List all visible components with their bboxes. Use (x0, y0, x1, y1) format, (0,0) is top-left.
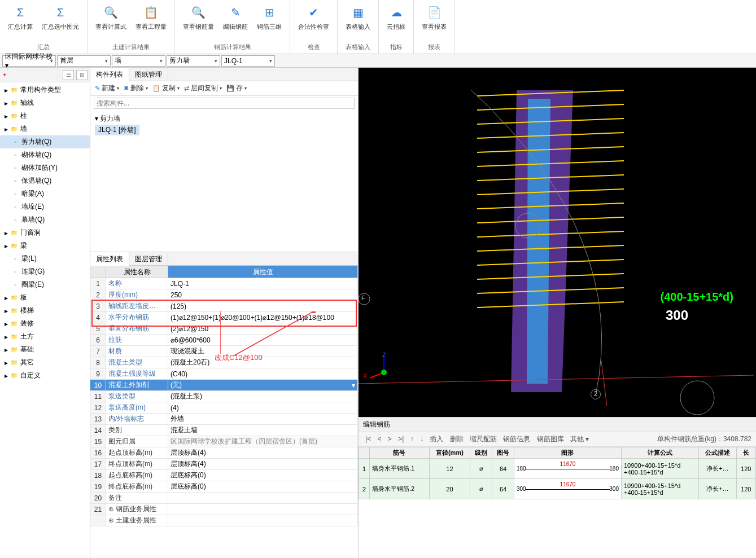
prop-row-3[interactable]: 3轴线距左墙皮…(125) (90, 301, 358, 312)
tab-prop-list[interactable]: 属性列表 (90, 252, 129, 266)
nav-基础[interactable]: ▸ 📁基础 (0, 343, 90, 356)
subtoolbar-存[interactable]: 💾存▾ (226, 84, 247, 93)
rebar-tb-btn[interactable]: 钢筋图库 (535, 435, 566, 443)
ribbon-汇总选中图元[interactable]: Σ汇总选中图元 (38, 2, 82, 32)
nav-柱[interactable]: ▸ 📁柱 (0, 109, 90, 122)
ribbon-钢筋三维[interactable]: ⊞钢筋三维 (254, 2, 285, 32)
prop-row-10[interactable]: 10混凝土外加剂(无) ▾ (90, 380, 358, 391)
ribbon: Σ汇总计算Σ汇总选中图元汇总🔍查看计算式📋查看工程量土建计算结果🔍查看钢筋量✎编… (0, 0, 756, 54)
nav-砌体墙(Q)[interactable]: ▫砌体墙(Q) (0, 148, 90, 161)
nav-楼梯[interactable]: ▸ 📁楼梯 (0, 304, 90, 317)
prop-row-12[interactable]: 12泵送高度(m)(4) (90, 402, 358, 414)
ribbon-编辑钢筋[interactable]: ✎编辑钢筋 (220, 2, 251, 32)
ribbon-表格输入[interactable]: ▦表格输入 (342, 2, 374, 32)
rebar-row[interactable]: 2墙身水平钢筋.220⌀64 300 11670 300 10900+400-1… (359, 479, 756, 499)
subtoolbar-复制[interactable]: 📋复制▾ (152, 84, 180, 93)
prop-row-4[interactable]: 4水平分布钢筋(1)⌀12@150+(1)⌀20@100+(1)⌀12@150+… (90, 312, 358, 323)
tab-drawing-mgmt[interactable]: 图纸管理 (129, 68, 168, 81)
nav-板[interactable]: ▸ 📁板 (0, 291, 90, 304)
prop-row-15[interactable]: 15图元归属区国际网球学校改扩建工程（四层宿舍区）(首层) (90, 436, 358, 447)
search-input[interactable] (94, 98, 355, 109)
nav-土方[interactable]: ▸ 📁土方 (0, 330, 90, 343)
ribbon-查看计算式[interactable]: 🔍查看计算式 (92, 2, 130, 32)
rebar-header: 筋号 (369, 447, 429, 459)
prop-row-5[interactable]: 5垂直分布钢筋(2)⌀12@150 (90, 323, 358, 335)
prop-row-14[interactable]: 14类别混凝土墙 (90, 425, 358, 436)
nav-连梁(G)[interactable]: ▫连梁(G) (0, 265, 90, 278)
rebar-table[interactable]: 筋号直径(mm)级别图号图形计算公式公式描述长 1墙身水平钢筋.112⌀64 1… (359, 447, 756, 499)
subtoolbar-层间复制[interactable]: ⇄层间复制▾ (184, 84, 222, 93)
ribbon-查看钢筋量[interactable]: 🔍查看钢筋量 (180, 2, 217, 32)
view-grid-icon[interactable]: ⊞ (76, 70, 88, 80)
prop-row-17[interactable]: 17终点顶标高(m)层顶标高(4) (90, 459, 358, 470)
subtoolbar-删除[interactable]: ✖删除▾ (124, 84, 148, 93)
rebar-tb-btn[interactable]: |< (363, 435, 373, 443)
ucs-x-label: X (363, 372, 367, 379)
prop-row-1[interactable]: 1名称JLQ-1 (90, 278, 358, 289)
prop-row-19[interactable]: 19终点底标高(m)层底标高(0) (90, 481, 358, 493)
nav-梁[interactable]: ▸ 📁梁 (0, 239, 90, 252)
ribbon-合法性检查[interactable]: ✔合法性检查 (295, 2, 333, 32)
3d-viewport[interactable]: 钢筋显示控制面板 ✓剪力墙水平筋✓剪力墙垂直筋✓下层墙体纵筋的露出长度✓显示其它… (359, 68, 756, 417)
member-item[interactable]: JLQ-1 [外墙] (95, 125, 139, 135)
context-select-0[interactable]: 区国际网球学校 ▾ (2, 55, 56, 67)
nav-其它[interactable]: ▸ 📁其它 (0, 356, 90, 369)
prop-row-2[interactable]: 2厚度(mm)250 (90, 289, 358, 301)
tab-member-list[interactable]: 构件列表 (90, 68, 129, 81)
ribbon-查看报表[interactable]: 📄查看报表 (418, 2, 450, 32)
nav-剪力墙(Q)[interactable]: ▫剪力墙(Q) (0, 135, 90, 148)
prop-row-11[interactable]: 11泵送类型(混凝土泵) (90, 391, 358, 402)
nav-幕墙(Q)[interactable]: ▫幕墙(Q) (0, 213, 90, 226)
nav-墙[interactable]: ▸ 📁墙 (0, 122, 90, 135)
prop-row-16[interactable]: 16起点顶标高(m)层顶标高(4) (90, 447, 358, 459)
rebar-tb-btn[interactable]: 钢筋信息 (501, 435, 532, 443)
nav-自定义[interactable]: ▸ 📁自定义 (0, 369, 90, 382)
rebar-tb-btn[interactable]: 删除 (448, 435, 466, 443)
svg-point-27 (381, 370, 387, 375)
svg-marker-3 (527, 99, 550, 384)
tab-layer-mgmt[interactable]: 图层管理 (129, 252, 168, 265)
nav-梁(L)[interactable]: ▫梁(L) (0, 252, 90, 265)
prop-row-[interactable]: ⊕ 土建业务属性 (90, 515, 358, 526)
prop-row-6[interactable]: 6拉筋⌀6@600*600 (90, 335, 358, 346)
rebar-tb-btn[interactable]: ↑ (408, 435, 416, 443)
nav-常用构件类型[interactable]: ▸ 📁常用构件类型 (0, 84, 90, 96)
rebar-toolbar: |< < > >| ↑ ↓ 插入 删除 缩尺配筋 钢筋信息 钢筋图库 其他 ▾ … (359, 432, 756, 447)
nav-墙垛(E)[interactable]: ▫墙垛(E) (0, 200, 90, 213)
rebar-header: 级别 (470, 447, 492, 459)
context-select-3[interactable]: 剪力墙 (167, 55, 220, 67)
context-select-4[interactable]: JLQ-1 (221, 55, 275, 67)
rebar-row[interactable]: 1墙身水平钢筋.112⌀64 180 11670 180 10900+400-1… (359, 459, 756, 479)
rebar-header: 图形 (514, 447, 621, 459)
member-root[interactable]: 剪力墙 (100, 115, 120, 122)
nav-门窗洞[interactable]: ▸ 📁门窗洞 (0, 226, 90, 239)
svg-line-23 (601, 361, 607, 406)
rebar-tb-btn[interactable]: 其他 ▾ (568, 435, 591, 443)
nav-轴线[interactable]: ▸ 📁轴线 (0, 96, 90, 109)
nav-装修[interactable]: ▸ 📁装修 (0, 317, 90, 330)
prop-row-9[interactable]: 9混凝土强度等级(C40) (90, 368, 358, 380)
nav-砌体加筋(Y)[interactable]: ▫砌体加筋(Y) (0, 161, 90, 174)
rebar-editor: 编辑钢筋 |< < > >| ↑ ↓ 插入 删除 缩尺配筋 钢筋信息 钢筋图库 … (359, 417, 756, 558)
nav-圈梁(E)[interactable]: ▫圈梁(E) (0, 278, 90, 291)
rebar-header: 计算公式 (621, 447, 698, 459)
rebar-tb-btn[interactable]: 插入 (427, 435, 445, 443)
rebar-tb-btn[interactable]: ↓ (418, 435, 426, 443)
rebar-tb-btn[interactable]: < (375, 435, 383, 443)
rebar-tb-btn[interactable]: 缩尺配筋 (467, 435, 499, 443)
rebar-tb-btn[interactable]: > (386, 435, 394, 443)
subtoolbar-新建[interactable]: ✎新建▾ (95, 84, 119, 93)
context-select-2[interactable]: 墙 (112, 55, 165, 67)
prop-row-13[interactable]: 13内/外墙标志外墙 (90, 414, 358, 425)
ribbon-汇总计算[interactable]: Σ汇总计算 (5, 2, 36, 32)
view-list-icon[interactable]: ☰ (63, 70, 74, 80)
context-select-1[interactable]: 首层 (57, 55, 111, 67)
ribbon-查看工程量[interactable]: 📋查看工程量 (132, 2, 170, 32)
prop-row-18[interactable]: 18起点底标高(m)层底标高(0) (90, 470, 358, 481)
prop-row-21[interactable]: 21⊕ 钢筋业务属性 (90, 504, 358, 515)
nav-暗梁(A)[interactable]: ▫暗梁(A) (0, 187, 90, 200)
nav-保温墙(Q)[interactable]: ▫保温墙(Q) (0, 174, 90, 187)
ribbon-云指标[interactable]: ☁云指标 (383, 2, 409, 32)
prop-row-20[interactable]: 20备注 (90, 493, 358, 504)
rebar-tb-btn[interactable]: >| (396, 435, 406, 443)
